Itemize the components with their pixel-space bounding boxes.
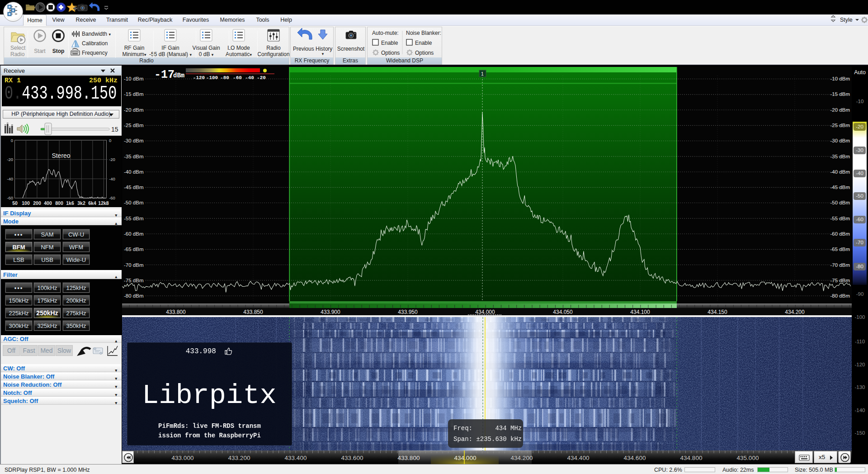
svg-text:-55 dBm: -55 dBm — [830, 216, 850, 221]
svg-text:50: 50 — [12, 200, 18, 206]
svg-text:-10 dBm: -10 dBm — [830, 76, 850, 81]
svg-text:-20 dBm: -20 dBm — [830, 107, 850, 113]
svg-text:-25 dBm: -25 dBm — [830, 123, 850, 128]
svg-text:433.950: 433.950 — [398, 309, 418, 315]
svg-text:-17: -17 — [154, 68, 175, 81]
svg-text:-45 dBm: -45 dBm — [124, 185, 143, 190]
svg-text:434.150: 434.150 — [708, 309, 727, 315]
svg-text:-40: -40 — [109, 176, 115, 181]
svg-text:-75 dBm: -75 dBm — [830, 278, 850, 283]
svg-text:dBm: dBm — [173, 72, 184, 79]
svg-text:-60: -60 — [233, 75, 242, 81]
svg-text:-30 dBm: -30 dBm — [830, 138, 850, 143]
svg-text:-20 dBm: -20 dBm — [124, 107, 143, 113]
svg-text:-40 dBm: -40 dBm — [830, 169, 850, 175]
svg-text:3k2: 3k2 — [77, 200, 85, 206]
svg-text:100: 100 — [22, 200, 30, 206]
svg-text:-60: -60 — [7, 195, 13, 200]
svg-text:-70 dBm: -70 dBm — [124, 262, 143, 268]
svg-text:434.100: 434.100 — [630, 309, 650, 315]
svg-text:434.600: 434.600 — [624, 455, 646, 461]
svg-text:435.000: 435.000 — [737, 455, 759, 461]
svg-text:-45 dBm: -45 dBm — [830, 185, 850, 190]
svg-text:433.800: 433.800 — [166, 309, 186, 315]
svg-text:0: 0 — [11, 138, 13, 143]
svg-text:433.800: 433.800 — [398, 455, 420, 461]
svg-text:-120: -120 — [193, 75, 205, 81]
svg-text:-100: -100 — [206, 75, 218, 81]
svg-text:-10 dBm: -10 dBm — [124, 76, 143, 81]
svg-text:434.200: 434.200 — [511, 455, 533, 461]
svg-text:-20: -20 — [109, 157, 115, 162]
svg-text:-40: -40 — [7, 176, 13, 181]
svg-text:-65 dBm: -65 dBm — [830, 246, 850, 252]
svg-text:-35 dBm: -35 dBm — [830, 154, 850, 159]
svg-text:-20: -20 — [257, 75, 266, 81]
svg-text:433.600: 433.600 — [341, 455, 363, 461]
svg-text:-60 dBm: -60 dBm — [124, 231, 143, 237]
svg-text:433.000: 433.000 — [172, 455, 194, 461]
svg-text:800: 800 — [55, 200, 63, 206]
svg-text:433.200: 433.200 — [228, 455, 250, 461]
svg-text:434.000: 434.000 — [454, 455, 476, 461]
svg-text:-25 dBm: -25 dBm — [124, 123, 143, 128]
svg-text:434.400: 434.400 — [567, 455, 590, 461]
svg-text:12k8: 12k8 — [98, 200, 109, 206]
svg-text:-60 dBm: -60 dBm — [830, 231, 850, 237]
svg-text:-65 dBm: -65 dBm — [124, 246, 143, 252]
svg-text:15: 15 — [111, 126, 118, 133]
svg-text:-80: -80 — [220, 75, 229, 81]
svg-text:434.050: 434.050 — [553, 309, 573, 315]
svg-text:434.200: 434.200 — [785, 309, 805, 315]
svg-text:-70 dBm: -70 dBm — [830, 262, 850, 268]
svg-text:-40 dBm: -40 dBm — [124, 169, 143, 175]
svg-text:434.000: 434.000 — [475, 309, 495, 315]
svg-text:-35 dBm: -35 dBm — [124, 154, 143, 159]
svg-text:433.900: 433.900 — [321, 309, 340, 315]
svg-text:6k4: 6k4 — [88, 200, 96, 206]
svg-text:0: 0 — [109, 138, 111, 143]
svg-text:434.800: 434.800 — [680, 455, 703, 461]
svg-text:-60: -60 — [109, 195, 115, 200]
svg-text:-50 dBm: -50 dBm — [124, 200, 143, 205]
svg-text:-15 dBm: -15 dBm — [124, 91, 143, 97]
svg-text:1: 1 — [481, 71, 484, 76]
svg-text:-15 dBm: -15 dBm — [830, 91, 850, 97]
svg-text:-75 dBm: -75 dBm — [124, 278, 143, 283]
svg-text:-55 dBm: -55 dBm — [124, 216, 143, 221]
svg-text:Style: Style — [840, 17, 853, 23]
svg-text:-50 dBm: -50 dBm — [830, 200, 850, 205]
svg-text:1k6: 1k6 — [66, 200, 74, 206]
svg-text:-30 dBm: -30 dBm — [124, 138, 143, 143]
svg-text:-20: -20 — [7, 157, 13, 162]
svg-text:400: 400 — [44, 200, 52, 206]
svg-text:Stereo: Stereo — [52, 152, 70, 159]
svg-text:433.850: 433.850 — [243, 309, 263, 315]
svg-text:433.400: 433.400 — [285, 455, 307, 461]
svg-text:-80 dBm: -80 dBm — [124, 293, 143, 299]
svg-text:200: 200 — [33, 200, 41, 206]
svg-text:-40: -40 — [245, 75, 254, 81]
svg-text:-80 dBm: -80 dBm — [830, 293, 850, 299]
